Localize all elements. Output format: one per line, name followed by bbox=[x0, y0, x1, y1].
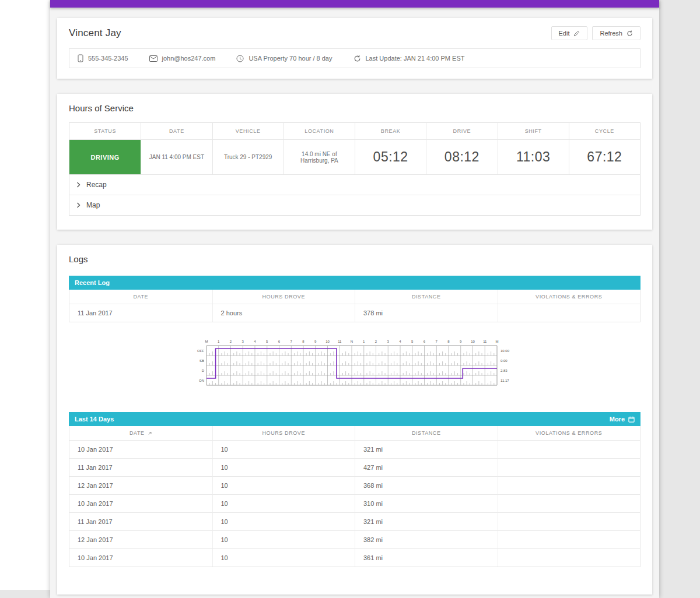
last14-col-date[interactable]: DATE bbox=[69, 426, 212, 440]
hos-col-date: DATE bbox=[141, 123, 212, 139]
cell-date: 10 Jan 2017 bbox=[69, 548, 212, 567]
svg-text:11: 11 bbox=[483, 340, 487, 343]
hos-col-vehicle: VEHICLE bbox=[212, 123, 284, 139]
hos-header-row: STATUS DATE VEHICLE LOCATION BREAK DRIVE… bbox=[69, 123, 640, 139]
col-label: HOURS DROVE bbox=[262, 294, 305, 300]
update-icon bbox=[354, 55, 361, 62]
cell-date: 10 Jan 2017 bbox=[69, 494, 212, 512]
email-item: john@hos247.com bbox=[149, 55, 216, 62]
last14-col-violations: VIOLATIONS & ERRORS bbox=[498, 426, 640, 440]
edit-button[interactable]: Edit bbox=[551, 26, 588, 40]
ruleset-item: USA Property 70 hour / 8 day bbox=[236, 55, 332, 62]
hos-col-status: STATUS bbox=[69, 123, 141, 139]
phone-item: 555-345-2345 bbox=[78, 54, 128, 62]
table-row: 12 Jan 2017 10 368 mi bbox=[69, 476, 640, 494]
svg-text:1: 1 bbox=[218, 340, 220, 343]
last-update-text: Last Update: JAN 21 4:00 PM EST bbox=[366, 55, 465, 62]
hos-table: STATUS DATE VEHICLE LOCATION BREAK DRIVE… bbox=[69, 122, 640, 216]
recent-log-table: DATE HOURS DROVE DISTANCE VIOLATIONS & E… bbox=[69, 290, 640, 322]
col-label: HOURS DROVE bbox=[262, 430, 305, 436]
top-accent-bar bbox=[50, 0, 659, 8]
svg-text:3: 3 bbox=[242, 340, 244, 343]
cell-violations bbox=[498, 304, 640, 322]
svg-text:8: 8 bbox=[447, 340, 450, 343]
edit-button-label: Edit bbox=[559, 30, 570, 37]
hos-date: JAN 11 4:00 PM EST bbox=[141, 139, 212, 174]
cell-hours: 2 hours bbox=[212, 304, 355, 322]
svg-text:10: 10 bbox=[326, 340, 330, 343]
cell-distance: 321 mi bbox=[355, 512, 498, 530]
col-label: DISTANCE bbox=[412, 294, 441, 300]
cell-date: 11 Jan 2017 bbox=[69, 458, 212, 476]
hos-drive-value: 08:12 bbox=[426, 139, 497, 174]
refresh-button[interactable]: Refresh bbox=[592, 26, 640, 40]
recent-col-violations: VIOLATIONS & ERRORS bbox=[498, 290, 640, 304]
svg-text:4: 4 bbox=[254, 340, 256, 343]
cell-hours: 10 bbox=[212, 530, 355, 548]
svg-text:9: 9 bbox=[460, 340, 462, 343]
logs-card: Logs Recent Log DATE HOURS DROVE DISTANC… bbox=[57, 245, 652, 595]
log-graph: M1234567891011N1234567891011MOFFSBDON10.… bbox=[186, 337, 524, 393]
log-graph-container: M1234567891011N1234567891011MOFFSBDON10.… bbox=[186, 337, 524, 396]
phone-icon bbox=[78, 54, 83, 62]
recent-log-label: Recent Log bbox=[75, 279, 110, 286]
cell-hours: 10 bbox=[212, 476, 355, 494]
last14-table: DATE HOURS DROVE DISTANCE VIOLATIONS & E… bbox=[69, 426, 640, 567]
svg-text:N: N bbox=[351, 340, 353, 343]
svg-text:5: 5 bbox=[411, 340, 414, 343]
table-row: 10 Jan 2017 10 310 mi bbox=[69, 494, 640, 512]
recent-col-distance: DISTANCE bbox=[355, 290, 498, 304]
hos-break-value: 05:12 bbox=[355, 139, 426, 174]
svg-text:11.17: 11.17 bbox=[501, 379, 509, 382]
recent-log-header-bar: Recent Log bbox=[69, 276, 640, 290]
svg-text:2.83: 2.83 bbox=[501, 369, 508, 372]
calendar-icon bbox=[628, 416, 635, 423]
recent-log-header-row: DATE HOURS DROVE DISTANCE VIOLATIONS & E… bbox=[69, 290, 640, 304]
browser-margin bbox=[0, 0, 50, 590]
cell-distance: 310 mi bbox=[355, 494, 498, 512]
hos-data-row: DRIVING JAN 11 4:00 PM EST Truck 29 - PT… bbox=[69, 139, 640, 174]
svg-text:8: 8 bbox=[302, 340, 304, 343]
cell-distance: 368 mi bbox=[355, 476, 498, 494]
col-label: DATE bbox=[130, 430, 145, 436]
cell-date: 12 Jan 2017 bbox=[69, 476, 212, 494]
ruleset-text: USA Property 70 hour / 8 day bbox=[249, 55, 332, 62]
cell-violations bbox=[498, 548, 640, 567]
svg-text:10: 10 bbox=[471, 340, 475, 343]
recent-col-hours: HOURS DROVE bbox=[212, 290, 355, 304]
hos-vehicle: Truck 29 - PT2929 bbox=[212, 139, 284, 174]
svg-text:9: 9 bbox=[314, 340, 317, 343]
cell-hours: 10 bbox=[212, 494, 355, 512]
cell-violations bbox=[498, 440, 640, 458]
recap-expander[interactable]: Recap bbox=[69, 174, 640, 195]
phone-number: 555-345-2345 bbox=[88, 55, 128, 62]
hos-shift-value: 11:03 bbox=[498, 139, 569, 174]
last14-header-row: DATE HOURS DROVE DISTANCE VIOLATIONS & E… bbox=[69, 426, 640, 440]
svg-text:M: M bbox=[496, 340, 499, 343]
hos-col-shift: SHIFT bbox=[498, 123, 569, 139]
hos-location: 14.0 mi NE of Harrisburg, PA bbox=[284, 139, 355, 174]
svg-text:6: 6 bbox=[278, 340, 281, 343]
mail-icon bbox=[149, 55, 158, 62]
svg-text:10.00: 10.00 bbox=[501, 349, 510, 353]
cell-distance: 427 mi bbox=[355, 458, 498, 476]
driver-profile-card: Vincent Jay Edit Refresh bbox=[57, 18, 652, 79]
svg-text:2: 2 bbox=[375, 340, 377, 343]
svg-text:OFF: OFF bbox=[197, 349, 204, 353]
table-row: 12 Jan 2017 10 382 mi bbox=[69, 530, 640, 548]
map-expander[interactable]: Map bbox=[69, 195, 640, 215]
svg-text:ON: ON bbox=[199, 379, 204, 382]
cell-violations bbox=[498, 512, 640, 530]
svg-text:7: 7 bbox=[436, 340, 438, 343]
svg-text:M: M bbox=[205, 340, 208, 343]
status-badge: DRIVING bbox=[69, 140, 141, 174]
more-button[interactable]: More bbox=[610, 416, 635, 423]
svg-text:0.00: 0.00 bbox=[501, 359, 508, 363]
col-label: VIOLATIONS & ERRORS bbox=[536, 430, 602, 436]
cell-violations bbox=[498, 530, 640, 548]
cell-distance: 321 mi bbox=[355, 440, 498, 458]
svg-text:D: D bbox=[202, 369, 205, 372]
hos-col-location: LOCATION bbox=[284, 123, 355, 139]
table-row: 11 Jan 2017 2 hours 378 mi bbox=[69, 304, 640, 322]
col-label: VIOLATIONS & ERRORS bbox=[536, 294, 602, 300]
